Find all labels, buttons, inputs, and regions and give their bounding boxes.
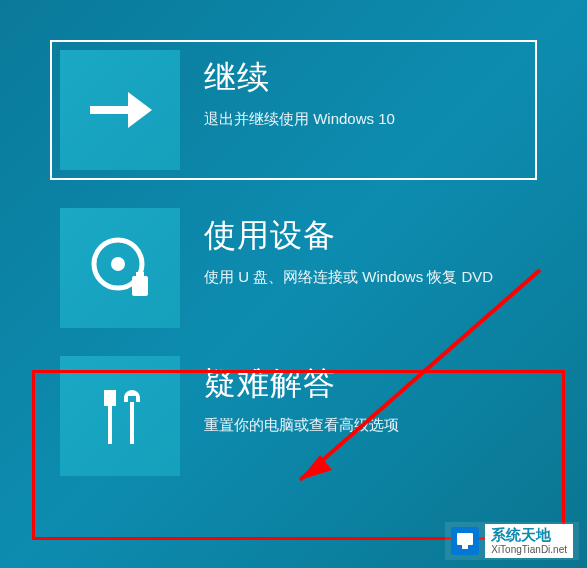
svg-rect-10 bbox=[462, 545, 468, 549]
watermark-logo-icon bbox=[451, 527, 479, 555]
svg-point-1 bbox=[111, 257, 125, 271]
arrow-right-icon bbox=[80, 70, 160, 150]
continue-title: 继续 bbox=[204, 56, 395, 100]
watermark: 系统天地 XiTongTianDi.net bbox=[445, 522, 579, 560]
continue-subtitle: 退出并继续使用 Windows 10 bbox=[204, 108, 395, 131]
option-troubleshoot[interactable]: 疑难解答 重置你的电脑或查看高级选项 bbox=[60, 356, 527, 476]
svg-rect-4 bbox=[104, 390, 116, 406]
continue-icon-box bbox=[60, 50, 180, 170]
option-use-device[interactable]: 使用设备 使用 U 盘、网络连接或 Windows 恢复 DVD bbox=[60, 208, 527, 328]
option-continue[interactable]: 继续 退出并继续使用 Windows 10 bbox=[50, 40, 537, 180]
troubleshoot-text: 疑难解答 重置你的电脑或查看高级选项 bbox=[180, 356, 399, 437]
device-disc-icon bbox=[80, 228, 160, 308]
tools-icon bbox=[80, 376, 160, 456]
svg-rect-2 bbox=[132, 276, 148, 296]
boot-options-menu: 继续 退出并继续使用 Windows 10 使用设备 使用 U 盘、网络连接或 … bbox=[0, 0, 587, 524]
svg-rect-3 bbox=[136, 272, 144, 278]
svg-rect-9 bbox=[457, 533, 473, 545]
watermark-name: 系统天地 bbox=[491, 526, 567, 544]
watermark-url: XiTongTianDi.net bbox=[491, 544, 567, 556]
watermark-text: 系统天地 XiTongTianDi.net bbox=[485, 524, 573, 558]
continue-text: 继续 退出并继续使用 Windows 10 bbox=[180, 50, 395, 131]
troubleshoot-subtitle: 重置你的电脑或查看高级选项 bbox=[204, 414, 399, 437]
svg-rect-5 bbox=[108, 404, 112, 444]
troubleshoot-icon-box bbox=[60, 356, 180, 476]
use-device-subtitle: 使用 U 盘、网络连接或 Windows 恢复 DVD bbox=[204, 266, 493, 289]
use-device-icon-box bbox=[60, 208, 180, 328]
troubleshoot-title: 疑难解答 bbox=[204, 362, 399, 406]
use-device-text: 使用设备 使用 U 盘、网络连接或 Windows 恢复 DVD bbox=[180, 208, 493, 289]
svg-rect-6 bbox=[130, 402, 134, 444]
use-device-title: 使用设备 bbox=[204, 214, 493, 258]
